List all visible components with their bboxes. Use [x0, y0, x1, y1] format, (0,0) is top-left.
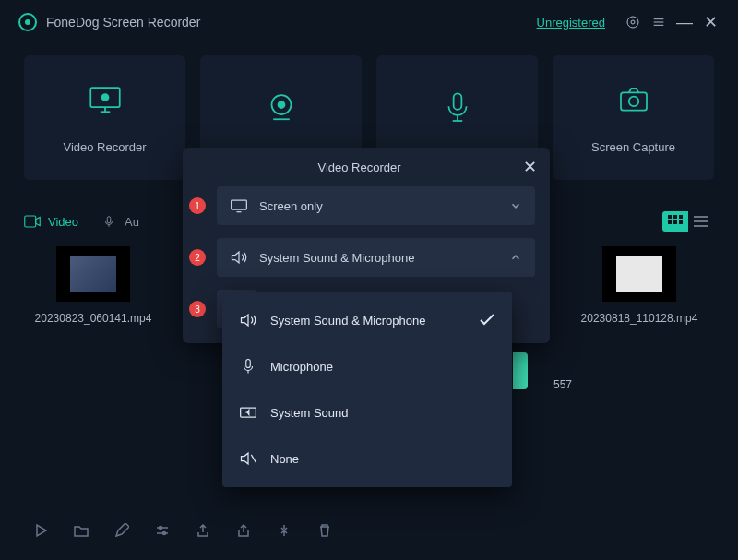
svg-rect-16	[25, 216, 36, 227]
adjust-button[interactable]	[155, 523, 170, 538]
select-label: System Sound & Microphone	[259, 251, 498, 265]
step-badge-icon: 3	[189, 301, 206, 317]
svg-rect-20	[673, 215, 677, 219]
app-title: FoneDog Screen Recorder	[46, 15, 200, 30]
microphone-icon	[239, 358, 257, 375]
dropdown-option-system-and-mic[interactable]: System Sound & Microphone	[222, 297, 512, 343]
svg-rect-21	[679, 215, 683, 219]
close-button[interactable]: ✕	[701, 13, 720, 31]
svg-point-1	[627, 17, 638, 28]
play-button[interactable]	[33, 523, 48, 538]
minimize-button[interactable]: —	[675, 13, 694, 31]
svg-point-15	[628, 97, 638, 107]
camera-icon	[614, 81, 653, 124]
speaker-icon	[230, 250, 248, 265]
microphone-icon	[438, 89, 477, 131]
library-item[interactable]: 20230818_110128.mp4	[579, 246, 699, 326]
library-item-label: 20230818_110128.mp4	[581, 311, 698, 326]
thumbnail-icon	[56, 246, 130, 302]
chevron-down-icon	[509, 199, 522, 212]
delete-button[interactable]	[317, 523, 332, 538]
select-label: Screen only	[259, 199, 498, 213]
monitor-icon	[86, 81, 125, 124]
svg-rect-11	[453, 93, 461, 110]
mute-icon	[239, 450, 257, 467]
step-screen: 1 Screen only	[197, 186, 535, 225]
library-item[interactable]: 20230823_060141.mp4	[33, 246, 153, 326]
app-logo-icon	[18, 13, 37, 31]
export-button[interactable]	[196, 523, 210, 538]
dropdown-option-microphone[interactable]: Microphone	[222, 343, 512, 389]
bottom-toolbar	[0, 505, 738, 556]
mode-label: Video Recorder	[63, 140, 146, 154]
edit-button[interactable]	[114, 523, 129, 538]
library-tab-label: Video	[48, 215, 78, 229]
mode-video-recorder[interactable]: Video Recorder	[24, 55, 185, 180]
library-tab-video[interactable]: Video	[24, 215, 78, 229]
menu-icon[interactable]	[649, 13, 668, 31]
dropdown-option-none[interactable]: None	[222, 435, 512, 482]
chevron-up-icon	[509, 251, 522, 264]
modal-close-button[interactable]: ✕	[523, 159, 537, 175]
monitor-icon	[230, 198, 248, 213]
svg-line-40	[251, 455, 256, 462]
mode-screen-capture[interactable]: Screen Capture	[553, 55, 714, 180]
audio-source-dropdown: System Sound & Microphone Microphone Sys…	[222, 292, 512, 487]
svg-rect-19	[668, 215, 672, 219]
library-tab-label: Au	[125, 215, 139, 229]
dropdown-label: Microphone	[270, 360, 495, 374]
dropdown-label: System Sound	[270, 406, 495, 420]
unregistered-link[interactable]: Unregistered	[537, 16, 605, 30]
view-grid-button[interactable]	[662, 211, 688, 232]
view-toggle	[662, 211, 714, 232]
check-icon	[479, 314, 495, 327]
mode-label: Screen Capture	[591, 140, 675, 154]
speaker-icon	[239, 312, 257, 328]
svg-rect-14	[621, 92, 647, 110]
thumbnail-icon	[602, 246, 676, 302]
library-tab-audio[interactable]: Au	[101, 215, 139, 229]
svg-rect-24	[679, 220, 683, 224]
modal-title: Video Recorder	[196, 161, 523, 174]
folder-button[interactable]	[74, 523, 89, 538]
audio-source-select[interactable]: System Sound & Microphone	[217, 238, 535, 277]
svg-rect-23	[673, 220, 677, 224]
view-list-button[interactable]	[688, 211, 714, 232]
webcam-icon	[262, 89, 301, 131]
modal-header: Video Recorder ✕	[183, 148, 550, 186]
svg-point-6	[101, 94, 108, 101]
step-badge-icon: 1	[189, 197, 206, 214]
svg-rect-39	[241, 408, 256, 417]
svg-point-10	[278, 101, 284, 108]
settings-icon[interactable]	[624, 13, 642, 31]
share-button[interactable]	[236, 523, 251, 538]
svg-rect-22	[668, 220, 672, 224]
compress-button[interactable]	[277, 523, 292, 538]
library-item-label: 20230823_060141.mp4	[35, 311, 152, 326]
dropdown-label: None	[270, 452, 495, 466]
screen-source-select[interactable]: Screen only	[217, 186, 535, 225]
svg-point-0	[631, 20, 635, 24]
system-sound-icon	[239, 404, 257, 421]
svg-rect-37	[246, 360, 251, 368]
step-audio: 2 System Sound & Microphone	[197, 238, 535, 277]
dropdown-label: System Sound & Microphone	[270, 314, 466, 328]
step-badge-icon: 2	[189, 249, 206, 266]
dropdown-option-system-sound[interactable]: System Sound	[222, 389, 512, 435]
titlebar: FoneDog Screen Recorder Unregistered — ✕	[0, 0, 738, 44]
library-item-label: 557	[554, 378, 572, 391]
svg-rect-32	[232, 200, 247, 209]
svg-rect-17	[107, 217, 111, 223]
record-button[interactable]	[513, 352, 528, 389]
